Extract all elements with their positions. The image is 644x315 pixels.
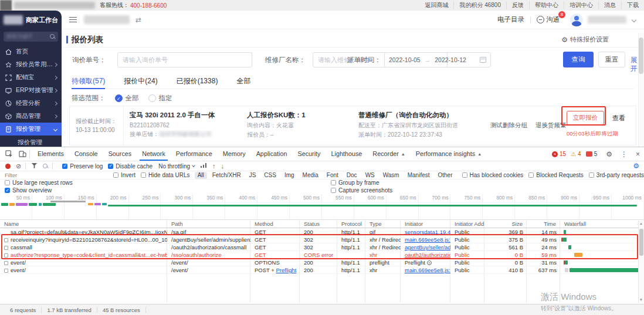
network-settings-gear-icon[interactable]: ⚙ <box>633 162 639 170</box>
row-checkbox[interactable] <box>4 253 8 258</box>
table-scrollbar-thumb[interactable] <box>639 229 643 256</box>
console-errors-badge[interactable]: × 15 <box>552 151 566 157</box>
swap-icon[interactable]: ⇄ <box>135 16 141 24</box>
request-type-filter-all[interactable]: All <box>195 172 207 179</box>
request-type-filter-css[interactable]: CSS <box>261 172 279 179</box>
request-initiator-link[interactable]: agentBuy/seller/admin/su... <box>405 244 450 250</box>
e-catalog-link[interactable]: 电子目录 <box>497 15 524 24</box>
tab-pending[interactable]: 待领取(57) <box>72 74 105 89</box>
sidebar-item-goods[interactable]: 商品管理 <box>0 110 62 123</box>
column-header-path[interactable]: Path <box>167 220 250 228</box>
column-header-initiator-addre-[interactable]: Initiator Addre.. <box>450 220 484 228</box>
request-row[interactable]: event//event/OPTIONS200http/1.1preflight… <box>0 259 644 266</box>
row-checkbox[interactable] <box>4 269 8 273</box>
devtools-settings-icon[interactable]: ⚙ <box>602 150 616 158</box>
blocked-requests-checkbox[interactable]: Blocked Requests <box>528 172 584 178</box>
os-link[interactable]: 反馈 <box>506 1 529 9</box>
sidebar-item-analysis[interactable]: 经营分析 <box>0 97 62 110</box>
preflight-link[interactable]: Preflight <box>276 267 297 273</box>
tab-all[interactable]: 全部 <box>236 74 250 89</box>
scope-radio-1[interactable] <box>148 94 156 102</box>
devtools-tab-console[interactable]: Console <box>69 147 103 161</box>
table-scrollbar[interactable]: ▲ ▼ <box>638 221 644 303</box>
request-type-filter-other[interactable]: Other <box>435 172 456 179</box>
os-link[interactable]: 我的积分 46800 <box>453 1 506 9</box>
chat-link[interactable]: 沟通 8 <box>537 15 560 24</box>
request-type-filter-wasm[interactable]: Wasm <box>380 172 402 179</box>
invert-checkbox[interactable]: Invert <box>113 172 135 178</box>
request-row[interactable]: authorize?response_type=code&client_id=c… <box>0 251 644 259</box>
devtools-tab-network[interactable]: Network <box>137 147 171 161</box>
main-scrollbar-thumb[interactable] <box>639 38 643 74</box>
sidebar-search-input[interactable]: 搜索关键字 <box>4 32 58 42</box>
capture-screenshots-checkbox[interactable]: Capture screenshots <box>331 187 392 194</box>
column-header-status[interactable]: Status <box>300 220 337 228</box>
special-quote-settings-link[interactable]: ⚙ 特殊报价设置 <box>561 35 609 44</box>
sidebar-item-quote-mgmt[interactable]: 报价管理 <box>0 123 62 136</box>
tab-quoting[interactable]: 报价中(24) <box>124 74 157 89</box>
preserve-log-checkbox[interactable]: Preserve log <box>62 163 103 170</box>
row-checkbox[interactable] <box>4 261 8 265</box>
date-range-picker[interactable]: 2022-10-05 → 2022-10-12 <box>384 52 491 67</box>
devtools-tab-memory[interactable]: Memory <box>218 147 251 161</box>
os-link[interactable]: 消息 <box>598 1 621 9</box>
column-header-waterfall[interactable]: Waterfall▲ <box>560 220 644 228</box>
column-header-size[interactable]: Size <box>484 220 527 228</box>
import-har-icon[interactable]: ↑ <box>212 163 216 170</box>
issues-badge[interactable]: 5 <box>586 151 598 157</box>
request-row[interactable]: sa.gif?project=default&data=eyJkaXN0aW5j… <box>0 228 644 236</box>
scroll-up-icon[interactable]: ▲ <box>639 222 643 225</box>
column-header-type[interactable]: Type <box>365 220 401 228</box>
os-link[interactable]: 帮助中心 <box>529 1 564 9</box>
quote-now-button[interactable]: 立即报价 <box>567 111 604 125</box>
export-har-icon[interactable]: ↓ <box>221 163 225 170</box>
has-blocked-cookies-checkbox[interactable]: Has blocked cookies <box>462 172 524 178</box>
network-overview-timeline[interactable]: 50 ms100 ms150 ms200 ms250 ms300 ms350 m… <box>0 194 644 220</box>
scope-radio-0[interactable] <box>115 94 123 102</box>
sidebar-item-quoter-menu[interactable]: 报价员常用菜单 <box>0 58 62 71</box>
request-type-filter-media[interactable]: Media <box>300 172 321 179</box>
devtools-menu-icon[interactable]: ⋮ <box>616 150 632 158</box>
request-row[interactable]: cassmall/oauth2/authorization/cassmallGE… <box>0 243 644 251</box>
column-header-time[interactable]: Time <box>527 220 560 228</box>
quote-no-input[interactable] <box>117 52 252 67</box>
sidebar-item-erp[interactable]: ERP对接管理 <box>0 84 62 97</box>
avatar[interactable] <box>570 13 583 26</box>
column-header-protocol[interactable]: Protocol <box>337 220 365 228</box>
devtools-tab-elements[interactable]: Elements <box>32 147 69 161</box>
request-initiator-link[interactable]: main.669ee5e8.js:25 <box>405 236 450 243</box>
os-link[interactable]: 培训中心 <box>564 1 598 9</box>
devtools-close-icon[interactable]: × <box>632 150 644 158</box>
devtools-tab-lighthouse[interactable]: Lighthouse <box>326 147 368 161</box>
column-header-initiator[interactable]: Initiator <box>401 220 450 228</box>
clear-network-log-icon[interactable]: ⊘ <box>16 163 21 170</box>
request-type-filter-doc[interactable]: Doc <box>344 172 360 179</box>
throttling-dropdown[interactable]: No throttling <box>158 163 195 170</box>
column-header-method[interactable]: Method <box>250 220 300 228</box>
device-toolbar-icon[interactable] <box>18 150 27 159</box>
tag-frequent-returns[interactable]: 退换货频繁 <box>535 121 567 130</box>
tag-test-delete-group[interactable]: 测试删除分组 <box>490 121 527 130</box>
devtools-tab-application[interactable]: Application <box>251 147 293 161</box>
request-type-filter-img[interactable]: Img <box>282 172 297 179</box>
view-link[interactable]: 查看 <box>612 114 625 123</box>
row-checkbox[interactable] <box>4 238 8 242</box>
search-button[interactable]: 查询 <box>563 52 594 67</box>
column-header-name[interactable]: Name <box>0 220 167 228</box>
show-overview-checkbox[interactable]: Show overview <box>5 187 52 194</box>
sidebar-item-home[interactable]: 首页 <box>0 45 62 58</box>
reset-button[interactable]: 重置 <box>598 52 625 67</box>
request-type-filter-fetch-xhr[interactable]: Fetch/XHR <box>209 172 244 179</box>
devtools-tab-recorder[interactable]: Recorder▲ <box>367 147 410 161</box>
row-checkbox[interactable] <box>4 246 8 250</box>
request-type-filter-ws[interactable]: WS <box>362 172 378 179</box>
third-party-requests-checkbox[interactable]: 3rd-party requests <box>589 172 644 178</box>
console-warnings-badge[interactable]: ⚠ 4 <box>571 151 581 157</box>
devtools-tab-performance[interactable]: Performance <box>171 147 218 161</box>
request-initiator-link[interactable]: main.669ee5e8.js:25 <box>405 267 450 273</box>
request-type-filter-js[interactable]: JS <box>246 172 259 179</box>
group-by-frame-checkbox[interactable]: Group by frame <box>331 179 379 186</box>
inspect-element-icon[interactable] <box>4 150 13 159</box>
search-network-icon[interactable] <box>43 164 48 169</box>
filter-funnel-icon[interactable] <box>31 162 38 170</box>
